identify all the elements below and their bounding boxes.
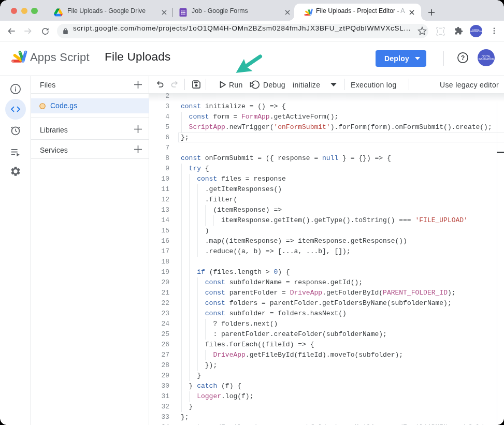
svg-text:?: ? bbox=[461, 54, 465, 62]
